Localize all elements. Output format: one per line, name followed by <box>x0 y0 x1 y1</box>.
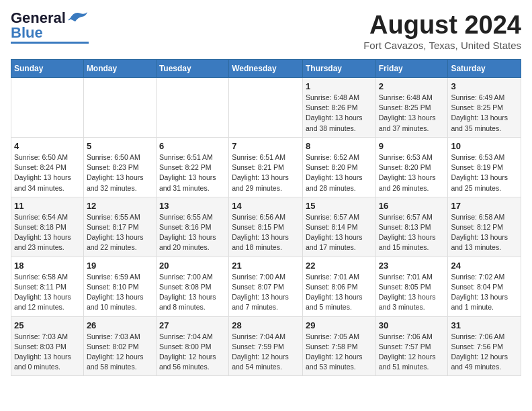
calendar-week-5: 25Sunrise: 7:03 AMSunset: 8:03 PMDayligh… <box>11 316 521 376</box>
day-info: Sunrise: 6:52 AMSunset: 8:20 PMDaylight:… <box>306 152 373 193</box>
day-number: 10 <box>451 141 518 151</box>
day-number: 30 <box>379 320 445 330</box>
day-number: 8 <box>306 141 373 151</box>
weekday-header-friday: Friday <box>375 60 448 78</box>
page-header: General Blue August 2024 Fort Cavazos, T… <box>11 11 521 51</box>
calendar-cell: 17Sunrise: 6:58 AMSunset: 8:12 PMDayligh… <box>448 197 521 257</box>
day-info: Sunrise: 7:00 AMSunset: 8:07 PMDaylight:… <box>232 272 300 313</box>
day-number: 3 <box>451 81 518 91</box>
day-number: 29 <box>306 320 373 330</box>
day-info: Sunrise: 7:01 AMSunset: 8:05 PMDaylight:… <box>379 272 445 313</box>
weekday-header-row: SundayMondayTuesdayWednesdayThursdayFrid… <box>11 60 521 78</box>
location: Fort Cavazos, Texas, United States <box>363 40 521 51</box>
calendar-cell <box>156 78 228 138</box>
day-number: 23 <box>379 261 445 271</box>
day-info: Sunrise: 6:50 AMSunset: 8:23 PMDaylight:… <box>87 152 153 193</box>
day-info: Sunrise: 7:03 AMSunset: 8:03 PMDaylight:… <box>14 332 81 373</box>
calendar-cell: 6Sunrise: 6:51 AMSunset: 8:22 PMDaylight… <box>156 137 228 197</box>
calendar-cell: 28Sunrise: 7:04 AMSunset: 7:59 PMDayligh… <box>229 316 303 376</box>
calendar-cell: 25Sunrise: 7:03 AMSunset: 8:03 PMDayligh… <box>11 316 84 376</box>
logo: General Blue <box>11 11 89 44</box>
day-info: Sunrise: 7:03 AMSunset: 8:02 PMDaylight:… <box>87 332 153 373</box>
calendar-cell: 10Sunrise: 6:53 AMSunset: 8:19 PMDayligh… <box>448 137 521 197</box>
day-info: Sunrise: 6:57 AMSunset: 8:13 PMDaylight:… <box>379 212 445 253</box>
day-number: 1 <box>306 81 373 91</box>
logo-blue: Blue <box>11 26 43 40</box>
calendar-cell: 30Sunrise: 7:06 AMSunset: 7:57 PMDayligh… <box>375 316 448 376</box>
day-info: Sunrise: 7:04 AMSunset: 8:00 PMDaylight:… <box>159 332 226 373</box>
month-title: August 2024 <box>363 11 521 40</box>
calendar-cell: 19Sunrise: 6:59 AMSunset: 8:10 PMDayligh… <box>83 257 156 316</box>
calendar-cell: 3Sunrise: 6:49 AMSunset: 8:25 PMDaylight… <box>448 78 521 138</box>
day-info: Sunrise: 7:01 AMSunset: 8:06 PMDaylight:… <box>306 272 373 313</box>
weekday-header-sunday: Sunday <box>11 60 84 78</box>
calendar-cell: 21Sunrise: 7:00 AMSunset: 8:07 PMDayligh… <box>229 257 303 316</box>
day-number: 14 <box>232 201 300 211</box>
day-number: 5 <box>87 141 153 151</box>
calendar-week-3: 11Sunrise: 6:54 AMSunset: 8:18 PMDayligh… <box>11 197 521 257</box>
calendar-cell: 24Sunrise: 7:02 AMSunset: 8:04 PMDayligh… <box>448 257 521 316</box>
day-number: 12 <box>87 201 153 211</box>
day-number: 9 <box>379 141 445 151</box>
calendar-week-1: 1Sunrise: 6:48 AMSunset: 8:26 PMDaylight… <box>11 78 521 138</box>
day-number: 4 <box>14 141 81 151</box>
day-number: 27 <box>159 320 226 330</box>
calendar-cell: 7Sunrise: 6:51 AMSunset: 8:21 PMDaylight… <box>229 137 303 197</box>
day-info: Sunrise: 6:51 AMSunset: 8:22 PMDaylight:… <box>159 152 226 193</box>
day-info: Sunrise: 6:55 AMSunset: 8:16 PMDaylight:… <box>159 212 226 253</box>
calendar-cell <box>229 78 303 138</box>
day-info: Sunrise: 6:54 AMSunset: 8:18 PMDaylight:… <box>14 212 81 253</box>
day-number: 18 <box>14 261 81 271</box>
day-number: 24 <box>451 261 518 271</box>
calendar-cell: 8Sunrise: 6:52 AMSunset: 8:20 PMDaylight… <box>302 137 375 197</box>
day-number: 15 <box>306 201 373 211</box>
logo-underline <box>11 42 89 44</box>
day-number: 2 <box>379 81 445 91</box>
title-area: August 2024 Fort Cavazos, Texas, United … <box>363 11 521 51</box>
day-number: 11 <box>14 201 81 211</box>
calendar-cell <box>11 78 84 138</box>
day-info: Sunrise: 7:02 AMSunset: 8:04 PMDaylight:… <box>451 272 518 313</box>
calendar-cell <box>83 78 156 138</box>
day-number: 6 <box>159 141 226 151</box>
logo-bird-icon <box>67 9 89 24</box>
calendar-cell: 31Sunrise: 7:06 AMSunset: 7:56 PMDayligh… <box>448 316 521 376</box>
calendar-cell: 11Sunrise: 6:54 AMSunset: 8:18 PMDayligh… <box>11 197 84 257</box>
day-number: 22 <box>306 261 373 271</box>
calendar-cell: 18Sunrise: 6:58 AMSunset: 8:11 PMDayligh… <box>11 257 84 316</box>
day-info: Sunrise: 6:53 AMSunset: 8:19 PMDaylight:… <box>451 152 518 193</box>
day-info: Sunrise: 6:49 AMSunset: 8:25 PMDaylight:… <box>451 93 518 134</box>
calendar-cell: 26Sunrise: 7:03 AMSunset: 8:02 PMDayligh… <box>83 316 156 376</box>
day-info: Sunrise: 7:05 AMSunset: 7:58 PMDaylight:… <box>306 332 373 373</box>
calendar-cell: 14Sunrise: 6:56 AMSunset: 8:15 PMDayligh… <box>229 197 303 257</box>
calendar-cell: 27Sunrise: 7:04 AMSunset: 8:00 PMDayligh… <box>156 316 228 376</box>
day-info: Sunrise: 7:00 AMSunset: 8:08 PMDaylight:… <box>159 272 226 313</box>
calendar-cell: 22Sunrise: 7:01 AMSunset: 8:06 PMDayligh… <box>302 257 375 316</box>
calendar-cell: 13Sunrise: 6:55 AMSunset: 8:16 PMDayligh… <box>156 197 228 257</box>
calendar-cell: 2Sunrise: 6:48 AMSunset: 8:25 PMDaylight… <box>375 78 448 138</box>
day-info: Sunrise: 7:06 AMSunset: 7:56 PMDaylight:… <box>451 332 518 373</box>
calendar-cell: 12Sunrise: 6:55 AMSunset: 8:17 PMDayligh… <box>83 197 156 257</box>
calendar-cell: 9Sunrise: 6:53 AMSunset: 8:20 PMDaylight… <box>375 137 448 197</box>
calendar-cell: 23Sunrise: 7:01 AMSunset: 8:05 PMDayligh… <box>375 257 448 316</box>
calendar-cell: 29Sunrise: 7:05 AMSunset: 7:58 PMDayligh… <box>302 316 375 376</box>
weekday-header-thursday: Thursday <box>302 60 375 78</box>
day-number: 16 <box>379 201 445 211</box>
day-number: 28 <box>232 320 300 330</box>
day-info: Sunrise: 6:53 AMSunset: 8:20 PMDaylight:… <box>379 152 445 193</box>
day-number: 31 <box>451 320 518 330</box>
day-number: 13 <box>159 201 226 211</box>
day-number: 21 <box>232 261 300 271</box>
day-info: Sunrise: 6:57 AMSunset: 8:14 PMDaylight:… <box>306 212 373 253</box>
day-number: 17 <box>451 201 518 211</box>
weekday-header-tuesday: Tuesday <box>156 60 228 78</box>
day-info: Sunrise: 7:04 AMSunset: 7:59 PMDaylight:… <box>232 332 300 373</box>
weekday-header-saturday: Saturday <box>448 60 521 78</box>
day-number: 26 <box>87 320 153 330</box>
day-number: 19 <box>87 261 153 271</box>
day-info: Sunrise: 6:50 AMSunset: 8:24 PMDaylight:… <box>14 152 81 193</box>
day-info: Sunrise: 6:56 AMSunset: 8:15 PMDaylight:… <box>232 212 300 253</box>
calendar-cell: 15Sunrise: 6:57 AMSunset: 8:14 PMDayligh… <box>302 197 375 257</box>
day-number: 25 <box>14 320 81 330</box>
calendar-week-2: 4Sunrise: 6:50 AMSunset: 8:24 PMDaylight… <box>11 137 521 197</box>
